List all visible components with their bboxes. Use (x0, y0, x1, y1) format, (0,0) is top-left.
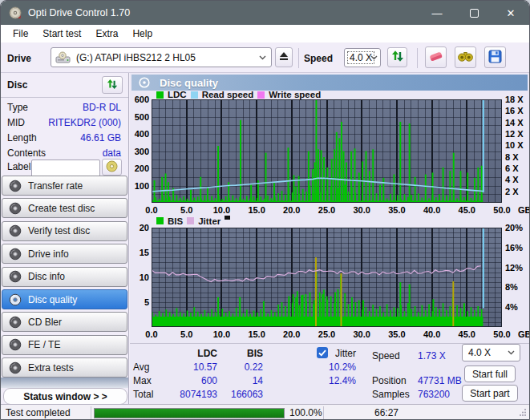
speed-stat-value: 1.73 X (418, 350, 446, 361)
y2-axis-tick: 14 X (505, 118, 524, 127)
toolbar: Drive (G:) ATAPI iHBS212 2 HL05 Speed 4.… (1, 42, 529, 73)
x-axis-tick: 0.0 (140, 329, 164, 339)
y2-axis-tick: 12% (505, 263, 523, 273)
eject-button[interactable] (275, 47, 293, 67)
erase-disc-button[interactable] (425, 46, 447, 68)
write-speed-legend-swatch (257, 91, 265, 99)
test-speed-select[interactable]: 4.0 X (462, 344, 520, 361)
sidebar-item-cd-bler[interactable]: CD Bler (2, 312, 127, 332)
stat-ldc: 10.57 (161, 361, 217, 373)
write-speed-legend-label: Write speed (269, 90, 321, 99)
sidebar-item-extra-tests[interactable]: Extra tests (2, 357, 127, 378)
read-speed-legend-swatch (191, 91, 198, 99)
divider (1, 97, 128, 98)
start-part-button[interactable]: Start part (462, 385, 518, 402)
drive-value: (G:) ATAPI iHBS212 2 HL05 (76, 52, 196, 63)
eject-icon (279, 51, 289, 63)
y-axis-tick: 20 (128, 223, 149, 232)
sidebar-item-fe-te[interactable]: FE / TE (2, 335, 127, 355)
y2-axis-tick: 4 X (505, 175, 519, 184)
menu-start-test[interactable]: Start test (35, 28, 88, 39)
y2-axis-tick: 2 X (505, 187, 519, 196)
y2-axis-tick: 8% (505, 282, 518, 292)
menu-extra[interactable]: Extra (88, 28, 125, 39)
label-input[interactable] (31, 160, 100, 177)
start-full-button[interactable]: Start full (464, 365, 516, 382)
disc-icon (9, 248, 22, 260)
y-axis-tick: 15 (128, 248, 149, 257)
divider (91, 406, 91, 420)
y2-axis-tick: 12 X (505, 129, 524, 139)
sidebar-item-label: Drive info (28, 248, 69, 260)
drive-select[interactable]: (G:) ATAPI iHBS212 2 HL05 (51, 47, 272, 67)
close-button[interactable]: ✕ (492, 1, 529, 25)
minimize-button[interactable]: — (419, 1, 455, 25)
disc-label-row: Label (1, 161, 129, 175)
sidebar-item-label: Create test disc (28, 203, 95, 214)
sidebar-item-label: FE / TE (28, 339, 60, 350)
disc-panel-header: Disc (7, 79, 27, 91)
x-axis-tick: 50.0 (490, 329, 514, 339)
search-drives-button[interactable] (455, 46, 476, 68)
disc-refresh-button[interactable] (102, 76, 123, 94)
x-axis-tick: 40.0 (420, 329, 444, 339)
save-button[interactable] (484, 46, 506, 68)
menu-file[interactable]: File (6, 28, 35, 39)
y2-axis-tick: 4% (505, 302, 518, 312)
stat-row-label: Total (133, 389, 165, 400)
binoculars-icon (458, 50, 473, 65)
info-value: BD-R DL (83, 102, 121, 113)
disc-icon (9, 180, 22, 192)
sidebar-item-disc-info[interactable]: Disc info (2, 267, 127, 287)
disc-info-row-length: Length46.61 GB (1, 132, 129, 146)
stat-bis: 166063 (215, 389, 263, 400)
disc-icon (9, 224, 22, 237)
ldc-speed-chart (152, 99, 502, 203)
refresh-button[interactable] (387, 47, 407, 67)
jitter-legend-label: Jitter (198, 216, 220, 226)
jitter-legend-swatch (187, 217, 194, 224)
col-header-jitter: Jitter (332, 348, 356, 359)
disc-icon (9, 293, 22, 306)
x-axis-tick: 10.0 (209, 205, 233, 215)
speed-select[interactable]: 4.0 X (344, 48, 381, 67)
sidebar-item-drive-info[interactable]: Drive info (2, 244, 127, 264)
drive-icon (55, 51, 71, 63)
x-axis-tick: 30.0 (350, 329, 374, 339)
info-value: RITEKDR2 (000) (48, 117, 121, 128)
resize-grip[interactable] (519, 407, 527, 418)
sidebar-item-verify-test-disc[interactable]: Verify test disc (2, 221, 127, 241)
jitter-checkbox[interactable] (317, 347, 328, 358)
x-axis-unit: GB (518, 329, 530, 339)
y2-axis-tick: 10 X (505, 140, 524, 150)
stat-bis: 14 (215, 375, 263, 386)
disc-icon (9, 202, 22, 215)
sidebar-item-label: Extra tests (28, 362, 74, 374)
stat-ldc: 600 (161, 375, 217, 386)
divider (323, 406, 324, 420)
y2-axis-tick: 20% (505, 223, 523, 232)
y2-axis-tick: 8 X (505, 152, 519, 162)
progress-percent: 100.0% (289, 407, 322, 418)
window-title: Opti Drive Control 1.70 (28, 7, 130, 18)
bis-jitter-chart (152, 228, 502, 327)
x-axis-tick: 30.0 (350, 205, 374, 215)
disc-label-button[interactable] (102, 159, 122, 176)
toolbar-separator (417, 48, 418, 68)
sidebar-item-create-test-disc[interactable]: Create test disc (2, 198, 127, 218)
x-axis-tick: 25.0 (315, 205, 339, 215)
menu-help[interactable]: Help (125, 28, 160, 39)
maximize-button[interactable] (455, 1, 492, 25)
y-axis-tick: 200 (128, 164, 149, 173)
chart2-legend: BISJitter (156, 216, 230, 226)
disc-info-row-mid: MIDRITEKDR2 (000) (1, 117, 129, 131)
elapsed-time: 66:27 (328, 407, 399, 418)
x-axis-tick: 25.0 (315, 329, 339, 339)
label-caption: Label (7, 161, 30, 172)
legend-note-marker (225, 216, 230, 220)
sidebar-item-transfer-rate[interactable]: Transfer rate (2, 176, 127, 196)
sidebar-item-disc-quality[interactable]: Disc quality (2, 289, 127, 309)
status-window-button[interactable]: Status window > > (3, 388, 127, 405)
y-axis-tick: 5 (128, 297, 149, 307)
chart1-legend: LDCRead speedWrite speed (156, 90, 321, 99)
